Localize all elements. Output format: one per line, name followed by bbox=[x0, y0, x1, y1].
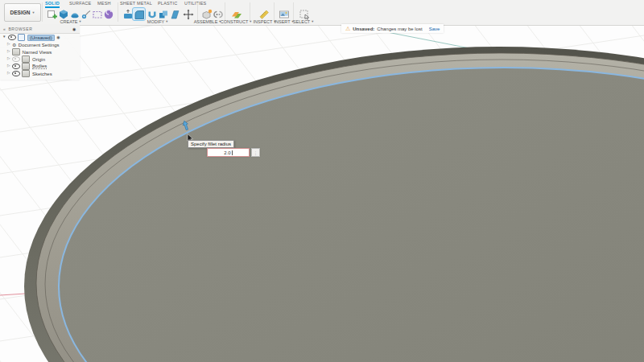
press-pull-icon[interactable] bbox=[122, 8, 134, 20]
tab-sheet-metal[interactable]: SHEET METAL bbox=[120, 1, 152, 6]
item-label: Named Views bbox=[22, 50, 52, 55]
fillet-value-row: 2.0 ⋮ bbox=[207, 148, 260, 157]
value-drag-handle-icon[interactable]: ⋮ bbox=[251, 148, 260, 157]
expand-caret-icon[interactable]: ▼ bbox=[2, 35, 6, 39]
expand-caret-icon[interactable]: ▷ bbox=[7, 64, 10, 68]
assemble-group-label: ASSEMBLE bbox=[194, 19, 218, 24]
fusion-app-window: DESIGN ▼ SOLID SURFACE MESH SHEET METAL … bbox=[0, 0, 644, 362]
modify-group-label: MODIFY bbox=[147, 19, 164, 24]
browser-header: « BROWSER ◉ bbox=[0, 25, 80, 34]
fillet-icon[interactable] bbox=[133, 8, 145, 20]
browser-item-sketches[interactable]: ▷ Sketches bbox=[0, 70, 80, 77]
insert-group-label: INSERT bbox=[274, 19, 290, 24]
browser-item-origin[interactable]: ▷ Origin bbox=[0, 56, 80, 63]
unsaved-notification-bar: ⚠ Unsaved: Changes may be lost Save bbox=[341, 24, 444, 33]
browser-item-bodies[interactable]: ▷ Bodies bbox=[0, 63, 80, 70]
workspace-selector-button[interactable]: DESIGN ▼ bbox=[4, 3, 41, 22]
expand-caret-icon[interactable]: ▷ bbox=[7, 57, 10, 61]
chevron-down-icon: ▼ bbox=[31, 11, 35, 14]
workspace-label: DESIGN bbox=[10, 10, 31, 15]
chevron-down-icon: ▼ bbox=[78, 20, 81, 23]
chevron-down-icon: ▼ bbox=[165, 20, 168, 23]
browser-title: BROWSER bbox=[8, 27, 32, 31]
create-group-dropdown[interactable]: CREATE ▼ bbox=[60, 19, 82, 24]
document-status-icon: ◉ bbox=[56, 35, 60, 39]
coil-icon[interactable] bbox=[102, 8, 114, 20]
gear-icon: ⚙ bbox=[12, 43, 16, 47]
unsaved-label: Unsaved: bbox=[353, 27, 374, 31]
draft-icon[interactable] bbox=[168, 8, 180, 20]
fillet-tooltip: Specify fillet radius bbox=[188, 140, 234, 148]
construct-group-dropdown[interactable]: CONSTRUCT ▼ bbox=[221, 19, 251, 24]
visibility-eye-icon[interactable] bbox=[12, 56, 20, 62]
toolbar-separator bbox=[42, 2, 43, 22]
tab-surface[interactable]: SURFACE bbox=[69, 1, 91, 6]
document-name[interactable]: (Unsaved) bbox=[27, 35, 55, 41]
bodies-folder-icon bbox=[22, 63, 30, 70]
browser-item-named-views[interactable]: ▷ Named Views bbox=[0, 48, 80, 56]
inspect-group-label: INSPECT bbox=[254, 19, 273, 24]
tab-mesh[interactable]: MESH bbox=[97, 1, 111, 6]
item-label: Origin bbox=[32, 57, 45, 62]
create-group-label: CREATE bbox=[60, 19, 78, 24]
item-label: Document Settings bbox=[19, 43, 60, 47]
toolbar-separator bbox=[118, 2, 118, 22]
tab-utilities[interactable]: UTILITIES bbox=[184, 1, 206, 6]
assemble-group-dropdown[interactable]: ASSEMBLE ▼ bbox=[194, 19, 221, 24]
fillet-radius-value: 2.0 bbox=[224, 150, 230, 155]
main-toolbar: DESIGN ▼ SOLID SURFACE MESH SHEET METAL … bbox=[0, 0, 644, 26]
modeling-viewport[interactable] bbox=[0, 0, 644, 362]
visibility-eye-icon[interactable] bbox=[12, 64, 20, 69]
document-icon bbox=[18, 34, 25, 41]
collapse-panel-icon[interactable]: « bbox=[3, 27, 6, 31]
modify-group-dropdown[interactable]: MODIFY ▼ bbox=[147, 19, 169, 24]
visibility-eye-icon[interactable] bbox=[12, 71, 20, 76]
chevron-down-icon: ▼ bbox=[311, 20, 314, 23]
sketches-folder-icon bbox=[22, 70, 30, 77]
expand-caret-icon[interactable]: ▷ bbox=[7, 72, 10, 76]
create-sketch-icon[interactable] bbox=[46, 8, 58, 20]
chevron-down-icon: ▼ bbox=[249, 20, 252, 23]
select-group-label: SELECT bbox=[293, 19, 310, 24]
tab-solid[interactable]: SOLID bbox=[45, 1, 60, 8]
fillet-radius-input[interactable]: 2.0 bbox=[207, 148, 250, 157]
item-label: Bodies bbox=[32, 64, 47, 69]
browser-root-row[interactable]: ▼ (Unsaved) ◉ bbox=[0, 34, 80, 41]
text-cursor bbox=[232, 150, 233, 155]
tab-plastic[interactable]: PLASTIC bbox=[158, 1, 177, 6]
unsaved-message: Changes may be lost bbox=[377, 27, 422, 31]
select-group-dropdown[interactable]: SELECT ▼ bbox=[292, 19, 315, 24]
body-top-face[interactable] bbox=[59, 68, 644, 362]
save-button[interactable]: Save bbox=[429, 27, 440, 31]
expand-caret-icon[interactable]: ▷ bbox=[7, 43, 10, 47]
browser-options-icon[interactable]: ◉ bbox=[72, 27, 76, 31]
move-icon[interactable] bbox=[182, 8, 194, 20]
visibility-eye-icon[interactable] bbox=[8, 35, 16, 40]
project-icon[interactable] bbox=[91, 8, 103, 20]
named-views-icon bbox=[12, 48, 20, 56]
origin-folder-icon bbox=[22, 56, 30, 63]
expand-caret-icon[interactable]: ▷ bbox=[7, 50, 10, 54]
browser-item-document-settings[interactable]: ▷ ⚙ Document Settings bbox=[0, 41, 80, 48]
warning-icon: ⚠ bbox=[345, 26, 350, 31]
item-label: Sketches bbox=[32, 72, 52, 76]
browser-panel: « BROWSER ◉ ▼ (Unsaved) ◉ ▷ ⚙ Document S… bbox=[0, 25, 80, 80]
construct-group-label: CONSTRUCT bbox=[221, 19, 249, 24]
